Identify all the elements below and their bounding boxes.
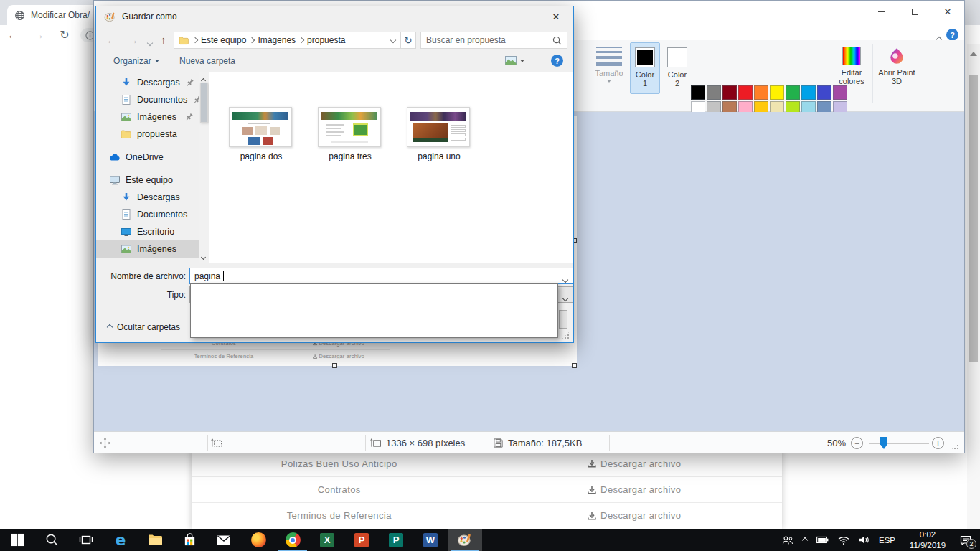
zoom-in-button[interactable]: +: [932, 432, 944, 454]
chevron-down-icon[interactable]: [563, 274, 567, 284]
taskbar-task-view-button[interactable]: [69, 529, 103, 551]
wifi-icon[interactable]: [838, 536, 849, 545]
color2-button[interactable]: Color 2: [662, 42, 692, 94]
nav-up-button[interactable]: ↑: [161, 34, 166, 46]
sidebar-item-documentos[interactable]: Documentos: [96, 206, 199, 223]
sidebar-item-onedrive[interactable]: OneDrive: [96, 149, 199, 166]
nav-history-dropdown[interactable]: [148, 37, 152, 47]
table-row: ContratosDescargar archivo: [192, 476, 782, 502]
action-center-button[interactable]: 2: [960, 535, 971, 545]
palette-color-swatch[interactable]: [817, 85, 831, 100]
organize-button[interactable]: Organizar: [113, 56, 159, 66]
download-link[interactable]: Descargar archivo: [487, 510, 783, 521]
sidebar-item-descargas[interactable]: Descargas: [96, 74, 199, 91]
paint-icon: [457, 533, 473, 547]
search-input[interactable]: Buscar en propuesta: [420, 32, 567, 49]
breadcrumb-item[interactable]: propuesta: [307, 35, 345, 45]
language-indicator[interactable]: ESP: [879, 536, 895, 545]
browser-back-button[interactable]: ←: [0, 29, 26, 42]
sidebar-item-este-equipo[interactable]: Este equipo: [96, 171, 199, 189]
download-link[interactable]: Descargar archivo: [487, 484, 783, 495]
taskbar-paint-button[interactable]: [448, 529, 482, 551]
new-folder-button[interactable]: Nueva carpeta: [179, 56, 235, 66]
nav-forward-button[interactable]: →: [128, 34, 138, 46]
filetype-dropdown-list[interactable]: [190, 283, 558, 338]
color1-button[interactable]: Color 1: [630, 42, 660, 94]
sidebar-item-escritorio[interactable]: Escritorio: [96, 223, 199, 240]
nav-back-button[interactable]: ←: [106, 34, 117, 46]
taskbar-chrome-button[interactable]: [275, 529, 310, 551]
palette-color-swatch[interactable]: [833, 85, 847, 100]
paint-minimize-button[interactable]: [865, 1, 898, 22]
taskbar-start-button[interactable]: [0, 529, 34, 551]
canvas-resize-handle[interactable]: [572, 363, 577, 368]
view-mode-button[interactable]: [505, 56, 524, 65]
taskbar-search-button[interactable]: [34, 529, 69, 551]
palette-color-swatch[interactable]: [691, 85, 705, 100]
sidebar-scrollbar[interactable]: [199, 72, 209, 263]
browser-scrollbar[interactable]: [967, 44, 980, 529]
battery-icon[interactable]: [816, 536, 829, 544]
statusbar-separator: [806, 435, 806, 451]
hide-folders-button[interactable]: Ocultar carpetas: [108, 322, 180, 332]
dialog-help-button[interactable]: ?: [551, 55, 563, 67]
dialog-resize-grip[interactable]: [562, 331, 570, 339]
palette-color-swatch[interactable]: [770, 85, 784, 100]
sidebar-item-descargas[interactable]: Descargas: [96, 189, 199, 206]
zoom-slider-thumb[interactable]: [880, 437, 887, 449]
taskbar-file-explorer-button[interactable]: [138, 529, 172, 551]
size-button[interactable]: Tamaño: [590, 42, 628, 83]
sidebar-item-documentos[interactable]: Documentos: [96, 91, 199, 108]
paint-maximize-button[interactable]: [898, 1, 931, 22]
sidebar-scrollbar-thumb[interactable]: [200, 83, 208, 123]
taskbar-publisher-button[interactable]: P: [379, 529, 413, 551]
people-icon[interactable]: [782, 535, 793, 545]
statusbar-separator: [207, 435, 208, 451]
browser-forward-button[interactable]: →: [26, 29, 52, 42]
view-thumbnails-icon: [505, 56, 517, 65]
palette-color-swatch[interactable]: [707, 85, 721, 100]
breadcrumb-item[interactable]: Este equipo: [201, 35, 246, 45]
refresh-button[interactable]: ↻: [400, 32, 416, 49]
palette-color-swatch[interactable]: [801, 85, 816, 100]
canvas-resize-handle[interactable]: [332, 363, 337, 368]
palette-color-swatch[interactable]: [754, 85, 768, 100]
taskbar-mail-button[interactable]: [207, 529, 241, 551]
paint-close-button[interactable]: ✕: [931, 1, 964, 22]
zoom-slider-track[interactable]: [869, 443, 929, 444]
search-placeholder: Buscar en propuesta: [426, 35, 506, 45]
sidebar-item-imágenes[interactable]: Imágenes: [96, 240, 199, 258]
palette-color-swatch[interactable]: [786, 85, 800, 100]
paint-help-button[interactable]: ?: [946, 29, 958, 41]
clock[interactable]: 0:02 11/9/2019: [905, 529, 951, 551]
dialog-close-button[interactable]: ✕: [546, 10, 566, 23]
palette-color-swatch[interactable]: [722, 85, 737, 100]
save-button-partial[interactable]: [559, 310, 567, 329]
taskbar-firefox-button[interactable]: [241, 529, 275, 551]
filename-input[interactable]: pagina: [189, 268, 573, 284]
edit-colors-button[interactable]: Editar colores: [834, 42, 869, 85]
file-item[interactable]: pagina tres: [318, 107, 382, 161]
browser-reload-button[interactable]: ↻: [52, 28, 77, 42]
tray-expand-icon[interactable]: [802, 537, 808, 542]
chevron-down-icon[interactable]: [390, 37, 396, 43]
browser-scrollbar-thumb[interactable]: [969, 75, 978, 362]
taskbar-word-button[interactable]: W: [413, 529, 448, 551]
taskbar-powerpoint-button[interactable]: P: [344, 529, 379, 551]
file-item[interactable]: pagina uno: [407, 107, 471, 161]
sidebar-item-imágenes[interactable]: Imágenes: [96, 108, 199, 126]
palette-color-swatch[interactable]: [738, 85, 753, 100]
taskbar-excel-button[interactable]: X: [310, 529, 344, 551]
taskbar-store-button[interactable]: [172, 529, 207, 551]
window-resize-grip[interactable]: [951, 442, 959, 450]
zoom-out-button[interactable]: −: [851, 432, 863, 454]
download-link[interactable]: Descargar archivo: [487, 458, 783, 469]
download-icon: [588, 459, 596, 468]
breadcrumb-item[interactable]: Imágenes: [258, 35, 296, 45]
file-item[interactable]: pagina dos: [229, 107, 293, 161]
volume-icon[interactable]: [859, 535, 870, 545]
open-paint3d-button[interactable]: Abrir Paint 3D: [877, 42, 916, 85]
sidebar-item-propuesta[interactable]: propuesta: [96, 126, 199, 143]
breadcrumb[interactable]: Este equipo Imágenes propuesta: [174, 32, 400, 49]
taskbar-edge-button[interactable]: e: [103, 529, 138, 551]
